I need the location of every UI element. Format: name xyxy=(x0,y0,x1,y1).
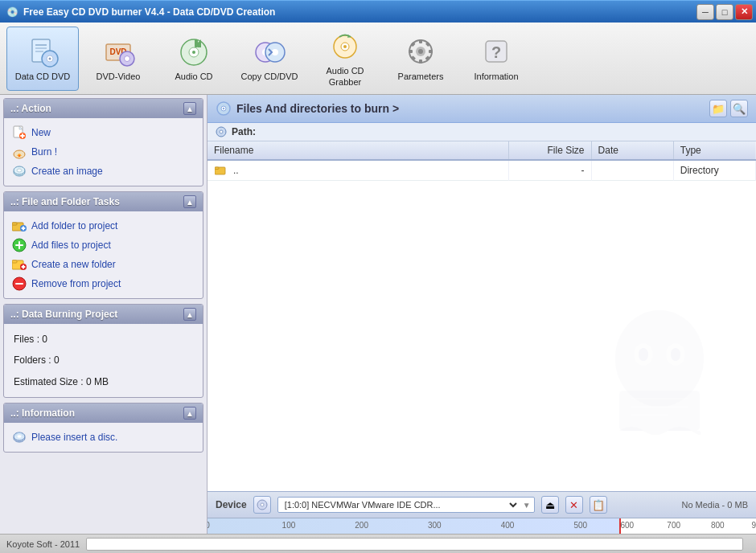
action-burn[interactable]: Burn ! xyxy=(7,142,199,162)
files-count: Files : 0 xyxy=(7,329,199,350)
tick-300: 300 xyxy=(428,521,442,530)
left-panel: ..: Action ▲ New xyxy=(0,95,207,534)
title-bar: 💿 Free Easy CD DVD burner V4.4 - Data CD… xyxy=(0,0,756,23)
burning-project-panel-collapse[interactable]: ▲ xyxy=(183,308,196,321)
file-folder-panel-header: ..: File and Folder Tasks ▲ xyxy=(4,192,203,211)
audio-cd-icon xyxy=(177,35,211,68)
maximize-button[interactable]: □ xyxy=(716,4,733,20)
svg-point-6 xyxy=(49,57,51,59)
action-new-label: New xyxy=(31,127,51,138)
path-label: Path: xyxy=(232,126,256,137)
toolbar-btn-parameters[interactable]: Parameters xyxy=(384,27,457,91)
toolbar-btn-copy-cd-dvd[interactable]: Copy CD/DVD xyxy=(233,27,306,91)
information-panel-collapse[interactable]: ▲ xyxy=(183,407,196,420)
open-folder-button[interactable]: 📁 xyxy=(709,100,727,117)
toolbar-btn-parameters-label: Parameters xyxy=(398,72,444,82)
burning-project-panel-body: Files : 0 Folders : 0 Estimated Size : 0… xyxy=(4,324,203,397)
file-table: Filename File Size Date Type xyxy=(207,141,756,491)
table-row[interactable]: .. - Directory xyxy=(207,160,756,181)
title-bar-left: 💿 Free Easy CD DVD burner V4.4 - Data CD… xyxy=(6,6,275,18)
svg-point-73 xyxy=(639,348,648,361)
device-bar: Device [1:0:0] NECVMWar VMware IDE CDR..… xyxy=(207,491,756,518)
action-panel: ..: Action ▲ New xyxy=(3,98,203,186)
app-icon: 💿 xyxy=(6,6,18,18)
toolbar-btn-data-cd-dvd[interactable]: Data CD DVD xyxy=(6,27,79,91)
close-button[interactable]: ✕ xyxy=(735,4,753,20)
col-header-type[interactable]: Type xyxy=(673,141,755,160)
add-files-label: Add files to project xyxy=(31,240,111,251)
add-folder-label: Add folder to project xyxy=(31,220,117,231)
device-selector[interactable]: [1:0:0] NECVMWar VMware IDE CDR... ▼ xyxy=(277,497,535,513)
action-new[interactable]: New xyxy=(7,123,199,142)
files-header-icons: 📁 🔍 xyxy=(709,100,748,117)
svg-rect-27 xyxy=(409,50,413,53)
disc-info-icon xyxy=(12,430,27,444)
file-folder-panel: ..: File and Folder Tasks ▲ Add fold xyxy=(3,191,203,299)
remove-from-project[interactable]: Remove from project xyxy=(7,274,199,293)
action-panel-collapse[interactable]: ▲ xyxy=(183,102,196,115)
burning-project-panel-title: ..: Data Burning Project xyxy=(10,309,117,320)
action-create-image-label: Create an image xyxy=(31,166,103,177)
toolbar-btn-dvd-video[interactable]: DVD DVD-Video xyxy=(82,27,154,91)
search-button[interactable]: 🔍 xyxy=(730,100,748,117)
status-left: Koyote Soft - 2011 xyxy=(6,539,80,549)
svg-rect-68 xyxy=(215,167,219,170)
svg-text:?: ? xyxy=(491,43,501,61)
toolbar-btn-information[interactable]: ? Information xyxy=(460,27,532,91)
table-header-row: Filename File Size Date Type xyxy=(207,141,756,160)
create-new-folder-label: Create a new folder xyxy=(31,259,116,270)
window-title: Free Easy CD DVD burner V4.4 - Data CD/D… xyxy=(23,6,275,18)
minimize-button[interactable]: ─ xyxy=(696,4,714,20)
toolbar-btn-audio-cd-label: Audio CD xyxy=(175,72,212,82)
svg-rect-51 xyxy=(15,244,23,246)
files-table: Filename File Size Date Type xyxy=(207,141,756,181)
svg-point-66 xyxy=(220,130,223,133)
toolbar-btn-dvd-video-label: DVD-Video xyxy=(97,72,141,82)
copy-to-button[interactable]: 📋 xyxy=(590,496,607,514)
action-create-image[interactable]: Create an image xyxy=(7,162,199,181)
add-files-to-project[interactable]: Add files to project xyxy=(7,236,199,255)
ghost-watermark xyxy=(595,298,724,443)
progress-bar-area: 0 100 200 300 400 500 600 700 800 90 xyxy=(207,518,756,534)
tick-200: 200 xyxy=(355,521,368,530)
svg-rect-58 xyxy=(15,283,23,285)
status-bar: Koyote Soft - 2011 xyxy=(0,534,756,553)
files-title: Files And directories to burn > xyxy=(216,100,399,117)
action-panel-header: ..: Action ▲ xyxy=(4,99,203,118)
svg-point-13 xyxy=(192,51,195,54)
toolbar-btn-copy-cd-dvd-label: Copy CD/DVD xyxy=(241,72,298,82)
col-header-filesize[interactable]: File Size xyxy=(509,141,591,160)
toolbar-btn-audio-cd-grabber[interactable]: Audio CD Grabber xyxy=(309,27,381,91)
add-folder-to-project[interactable]: Add folder to project xyxy=(7,216,199,236)
toolbar-btn-audio-cd[interactable]: Audio CD xyxy=(158,27,230,91)
tick-600: 600 xyxy=(620,521,634,530)
path-icon xyxy=(216,126,227,137)
svg-point-21 xyxy=(343,45,347,48)
information-panel-title: ..: Information xyxy=(10,408,75,419)
data-cd-dvd-icon xyxy=(26,35,60,68)
cell-type: Directory xyxy=(673,160,755,181)
svg-point-74 xyxy=(671,348,680,361)
col-header-date[interactable]: Date xyxy=(591,141,673,160)
cell-filesize: - xyxy=(509,160,591,181)
eject-button[interactable]: ⏏ xyxy=(541,496,559,514)
svg-point-61 xyxy=(18,435,22,438)
create-new-folder[interactable]: Create a new folder xyxy=(7,255,199,274)
create-image-icon xyxy=(12,164,27,178)
col-header-filename[interactable]: Filename xyxy=(207,141,509,160)
cell-date xyxy=(591,160,673,181)
device-select[interactable]: [1:0:0] NECVMWar VMware IDE CDR... xyxy=(281,499,520,510)
svg-rect-31 xyxy=(411,55,416,60)
toolbar-btn-information-label: Information xyxy=(474,72,518,82)
svg-point-10 xyxy=(125,55,130,61)
device-cd-icon xyxy=(253,496,271,514)
file-folder-panel-title: ..: File and Folder Tasks xyxy=(10,196,120,207)
svg-rect-53 xyxy=(12,260,17,263)
media-info: No Media - 0 MB xyxy=(681,500,748,510)
stop-button[interactable]: ✕ xyxy=(565,496,583,514)
estimated-size: Estimated Size : 0 MB xyxy=(7,371,199,392)
file-folder-panel-collapse[interactable]: ▲ xyxy=(183,195,196,208)
action-panel-body: New Burn ! xyxy=(4,118,203,186)
svg-rect-70 xyxy=(619,391,700,431)
svg-rect-32 xyxy=(425,55,429,60)
